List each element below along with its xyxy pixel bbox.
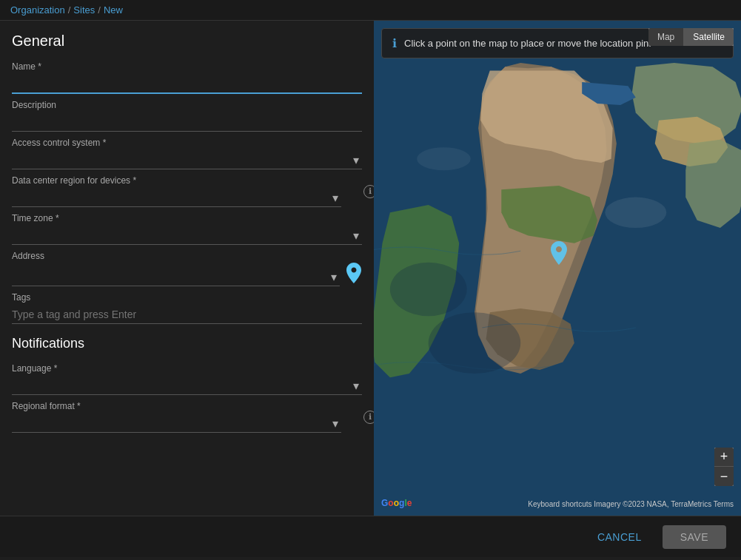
- language-select[interactable]: [12, 375, 362, 395]
- breadcrumb-current: New: [104, 4, 123, 16]
- tags-label: Tags: [12, 292, 362, 303]
- action-bar: Cancel Save: [0, 516, 741, 557]
- map-attribution: Keyboard shortcuts Imagery ©2023 NASA, T…: [528, 500, 734, 508]
- google-logo: Google: [381, 498, 412, 508]
- map-type-buttons: Map Satellite: [648, 28, 734, 46]
- regional-format-label: Regional format *: [12, 401, 341, 411]
- data-center-label: Data center region for devices *: [12, 175, 341, 186]
- notifications-section-title: Notifications: [12, 336, 362, 351]
- svg-point-5: [417, 147, 471, 170]
- regional-format-select[interactable]: [12, 413, 341, 433]
- svg-point-2: [429, 312, 520, 374]
- address-select-wrapper: ▾: [12, 266, 340, 286]
- data-center-info-icon[interactable]: ℹ: [363, 185, 374, 198]
- address-field: Address ▾: [12, 251, 362, 286]
- svg-point-4: [605, 198, 666, 228]
- timezone-field: Time zone * ▾: [12, 213, 362, 245]
- location-pin-button[interactable]: [346, 263, 362, 286]
- general-section-title: General: [12, 33, 362, 50]
- access-control-select-wrapper: ▾: [12, 149, 362, 169]
- name-label: Name *: [12, 61, 362, 72]
- data-center-field: Data center region for devices * ▾ ℹ: [12, 175, 362, 207]
- data-center-select-wrapper: ▾: [12, 187, 341, 207]
- notifications-section: Notifications Language * ▾ Regional form…: [12, 336, 362, 433]
- breadcrumb-sep-2: /: [98, 4, 101, 16]
- description-field: Description: [12, 100, 362, 132]
- save-button[interactable]: Save: [663, 525, 726, 549]
- name-input[interactable]: [12, 73, 362, 94]
- timezone-select-wrapper: ▾: [12, 225, 362, 245]
- language-field: Language * ▾: [12, 363, 362, 395]
- language-label: Language *: [12, 363, 362, 374]
- map-container[interactable]: ℹ Click a point on the map to place or m…: [374, 21, 741, 516]
- breadcrumb-sites-link[interactable]: Sites: [73, 4, 95, 16]
- cancel-button[interactable]: Cancel: [586, 525, 654, 549]
- language-select-wrapper: ▾: [12, 375, 362, 395]
- address-select[interactable]: [12, 266, 340, 286]
- map-location-pin: [550, 241, 568, 267]
- description-input[interactable]: [12, 112, 362, 132]
- tooltip-text: Click a point on the map to place or mov…: [404, 38, 651, 49]
- tags-input[interactable]: [12, 304, 362, 324]
- access-control-select[interactable]: [12, 149, 362, 169]
- zoom-in-button[interactable]: +: [714, 448, 734, 467]
- map-panel: ℹ Click a point on the map to place or m…: [374, 21, 741, 516]
- data-center-select[interactable]: [12, 187, 341, 207]
- name-field: Name *: [12, 61, 362, 94]
- breadcrumb: Organization / Sites / New: [0, 0, 741, 21]
- timezone-select[interactable]: [12, 225, 362, 245]
- breadcrumb-sep-1: /: [68, 4, 71, 16]
- map-type-satellite-button[interactable]: Satellite: [684, 28, 734, 46]
- address-row: ▾: [12, 263, 362, 286]
- form-panel: General Name * Description Access contro…: [0, 21, 374, 516]
- regional-format-field: Regional format * ▾ ℹ: [12, 401, 362, 433]
- map-type-map-button[interactable]: Map: [648, 28, 684, 46]
- address-label: Address: [12, 251, 362, 261]
- regional-format-select-wrapper: ▾: [12, 413, 341, 433]
- svg-point-3: [390, 263, 467, 317]
- zoom-out-button[interactable]: −: [714, 467, 734, 486]
- regional-format-info-icon[interactable]: ℹ: [363, 411, 374, 424]
- breadcrumb-org-link[interactable]: Organization: [10, 4, 65, 16]
- timezone-label: Time zone *: [12, 213, 362, 223]
- access-control-label: Access control system *: [12, 138, 362, 148]
- description-label: Description: [12, 100, 362, 110]
- tags-field: Tags: [12, 292, 362, 324]
- access-control-field: Access control system * ▾: [12, 138, 362, 169]
- tooltip-info-icon: ℹ: [392, 36, 397, 50]
- location-pin-icon: [346, 263, 362, 283]
- map-satellite-view: [374, 21, 741, 516]
- map-zoom-controls: + −: [714, 448, 734, 486]
